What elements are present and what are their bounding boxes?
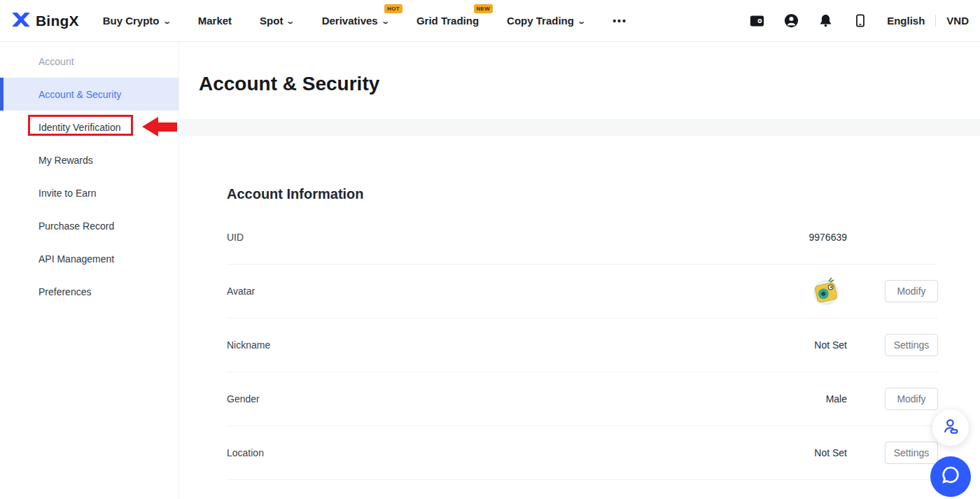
chevron-down-icon: ⌄ <box>286 17 295 26</box>
uid-value: 9976639 <box>805 232 847 243</box>
section-title: Account Information <box>227 186 938 202</box>
uid-label: UID <box>227 232 244 243</box>
nav-copy-trading[interactable]: Copy Trading ⌄ <box>507 15 584 27</box>
avatar-modify-button[interactable]: Modify <box>885 280 938 302</box>
gender-value: Male <box>805 393 847 405</box>
chevron-down-icon: ⌄ <box>162 17 172 26</box>
location-label: Location <box>227 447 264 458</box>
nav-more-menu[interactable]: ••• <box>612 15 627 27</box>
nav-market[interactable]: Market <box>198 15 232 27</box>
support-agent-button[interactable] <box>932 409 969 446</box>
brand-name: BingX <box>36 13 79 29</box>
main-nav: Buy Crypto ⌄ Market Spot ⌄ Derivatives ⌄… <box>103 15 627 27</box>
row-location: Location Not Set Settings <box>227 426 938 480</box>
user-icon[interactable] <box>784 13 799 28</box>
sidebar-item-preferences[interactable]: Preferences <box>0 275 178 308</box>
agent-icon <box>941 416 960 439</box>
sidebar-item-account-security[interactable]: Account & Security <box>0 78 178 111</box>
bingx-logo-icon <box>11 12 31 30</box>
sidebar-item-api-management[interactable]: API Management <box>0 242 178 275</box>
account-info-list: UID 9976639 Avatar <box>227 211 938 480</box>
hot-badge: HOT <box>384 4 402 13</box>
nav-derivatives[interactable]: Derivatives ⌄ HOT <box>322 15 388 27</box>
header-actions: English VND <box>750 13 969 28</box>
gender-modify-button[interactable]: Modify <box>885 388 938 410</box>
avatar-image <box>805 276 847 307</box>
live-chat-button[interactable] <box>930 456 971 497</box>
sidebar-item-invite-to-earn[interactable]: Invite to Earn <box>0 176 178 209</box>
language-selector[interactable]: English <box>887 15 935 27</box>
row-uid: UID 9976639 <box>227 211 938 265</box>
row-gender: Gender Male Modify <box>227 372 938 426</box>
mobile-icon[interactable] <box>853 13 867 28</box>
account-sidebar: Account Account & Security Identity Veri… <box>0 42 179 499</box>
nav-buy-crypto[interactable]: Buy Crypto ⌄ <box>103 15 170 27</box>
ellipsis-icon: ••• <box>612 15 627 27</box>
page-title: Account & Security <box>199 73 980 95</box>
avatar-label: Avatar <box>227 286 255 297</box>
location-settings-button[interactable]: Settings <box>885 442 938 464</box>
sidebar-item-my-rewards[interactable]: My Rewards <box>0 143 178 176</box>
sidebar-item-identity-verification[interactable]: Identity Verification <box>0 111 178 143</box>
currency-selector[interactable]: VND <box>935 15 969 27</box>
gender-label: Gender <box>227 393 260 405</box>
title-divider-band <box>180 119 980 136</box>
wallet-icon[interactable] <box>750 13 764 28</box>
chevron-down-icon: ⌄ <box>577 17 586 26</box>
location-value: Not Set <box>805 447 847 458</box>
bingx-logo[interactable]: BingX <box>11 12 79 30</box>
chevron-down-icon: ⌄ <box>381 17 390 26</box>
nickname-settings-button[interactable]: Settings <box>885 334 938 356</box>
nav-spot[interactable]: Spot ⌄ <box>260 15 294 27</box>
sidebar-item-purchase-record[interactable]: Purchase Record <box>0 209 178 242</box>
bell-icon[interactable] <box>818 13 833 28</box>
main-content: Account & Security Account Information U… <box>180 42 980 499</box>
nickname-label: Nickname <box>227 339 270 351</box>
chat-bubble-icon <box>940 465 961 489</box>
top-navbar: BingX Buy Crypto ⌄ Market Spot ⌄ Derivat… <box>0 0 980 42</box>
nav-grid-trading[interactable]: Grid Trading NEW <box>416 15 479 27</box>
sidebar-item-account: Account <box>0 45 178 78</box>
row-nickname: Nickname Not Set Settings <box>227 318 938 372</box>
new-badge: NEW <box>474 4 493 13</box>
row-avatar: Avatar <box>227 265 938 318</box>
nickname-value: Not Set <box>805 339 847 351</box>
